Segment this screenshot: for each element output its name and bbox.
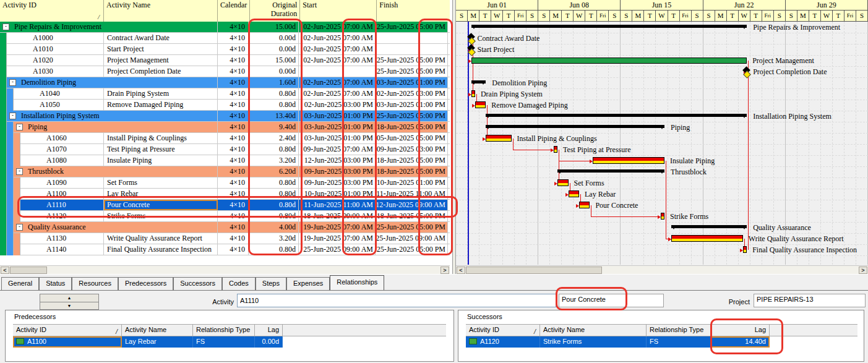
collapse-icon[interactable]: -: [2, 23, 9, 30]
hierarchy-strip: [0, 122, 7, 133]
task-bar-A1120[interactable]: [661, 213, 664, 220]
collapse-icon[interactable]: -: [16, 124, 23, 130]
summary-bar-end-icon: [660, 169, 664, 174]
gantt-scroll-left-icon[interactable]: <: [457, 267, 465, 274]
task-bar-A1140[interactable]: [743, 246, 747, 253]
activity-name-field[interactable]: Pour Concrete: [559, 294, 664, 307]
step-up-icon[interactable]: ▲: [40, 294, 98, 302]
tab-resources[interactable]: Resources: [72, 277, 118, 290]
activity-row-A1100[interactable]: A1100Lay Rebar4×100.80d10-Jun-2025 01:00…: [0, 189, 450, 200]
relationship-line: [591, 216, 660, 217]
task-bar-A1110[interactable]: [579, 202, 590, 208]
duration-cell: 0.80d: [249, 177, 299, 188]
activity-row-A1040[interactable]: A1040Drain Piping System4×100.80d02-Jun-…: [0, 88, 450, 100]
task-bar-A1060[interactable]: [486, 135, 511, 142]
task-bar-A1040[interactable]: [471, 90, 475, 97]
timescale-week-Jun-08[interactable]: Jun 08: [538, 0, 621, 11]
timescale-day: T: [833, 11, 844, 22]
hierarchy-strip: [14, 200, 20, 211]
col-header-start[interactable]: Start: [300, 0, 377, 22]
group-row[interactable]: -Pipe Repairs & Improvement4×1015.00d02-…: [0, 22, 450, 33]
tab-expenses[interactable]: Expenses: [286, 277, 330, 290]
activity-row-A1010[interactable]: A1010Start Project4×100.00d02-Jun-2025 0…: [0, 44, 450, 55]
scroll-left-icon[interactable]: <: [1, 267, 9, 274]
rel-col-header-activity-name[interactable]: Activity Name: [122, 325, 193, 336]
activity-row-A1050[interactable]: A1050Remove Damaged Piping4×100.80d02-Ju…: [0, 100, 450, 111]
summary-bar[interactable]: [486, 125, 664, 128]
task-bar-A1090[interactable]: [557, 179, 568, 186]
activity-id-cell: A1070: [20, 144, 104, 155]
summary-bar[interactable]: [671, 225, 747, 228]
tab-predecessors[interactable]: Predecessors: [118, 277, 173, 290]
activity-stepper[interactable]: ▲ ▼: [40, 294, 99, 310]
rel-col-header-lag[interactable]: Lag: [255, 325, 283, 336]
tab-successors[interactable]: Successors: [173, 277, 222, 290]
col-header-activity-id[interactable]: Activity ID /: [0, 0, 104, 22]
collapse-icon[interactable]: -: [9, 79, 16, 86]
activity-id-input[interactable]: [237, 294, 556, 307]
rel-col-header-activity-name[interactable]: Activity Name: [540, 325, 647, 336]
rel-col-header-activity-id[interactable]: Activity ID/: [466, 325, 540, 336]
rel-col-header-lag[interactable]: Lag: [711, 325, 770, 336]
task-bar-A1070[interactable]: [554, 146, 557, 153]
timescale-week-Jun-29[interactable]: Jun 29: [786, 0, 868, 11]
scroll-right-icon[interactable]: >: [440, 267, 449, 274]
finish-cell: 03-Jun-2025 01:00 PM: [376, 77, 448, 88]
table-horizontal-scrollbar[interactable]: < >: [0, 265, 450, 274]
activity-row-A1120[interactable]: A1120Strike Forms4×100.80d18-Jun-2025 09…: [0, 211, 450, 222]
collapse-icon[interactable]: -: [16, 224, 23, 231]
timescale-week-Jun-22[interactable]: Jun 22: [703, 0, 786, 11]
group-row[interactable]: -Piping4×109.40d03-Jun-2025 01:00 PM18-J…: [0, 122, 450, 133]
task-bar-A1130[interactable]: [671, 235, 743, 242]
activity-row-A1140[interactable]: A1140Final Quality Assurance Inspection4…: [0, 244, 450, 255]
summary-bar[interactable]: [486, 114, 747, 117]
col-header-calendar[interactable]: Calendar: [218, 0, 250, 22]
group-row[interactable]: -Quality Assuarance4×104.00d19-Jun-2025 …: [0, 222, 450, 233]
table-scroll-thumb[interactable]: [10, 267, 47, 274]
activity-row-A1110[interactable]: A1110Pour Concrete4×100.80d11-Jun-2025 1…: [0, 200, 450, 211]
collapse-icon[interactable]: -: [9, 113, 16, 119]
relationship-row-A1120[interactable]: A1120Strike FormsFS14.40d: [466, 336, 770, 348]
tab-general[interactable]: General: [1, 277, 39, 290]
collapse-icon[interactable]: -: [16, 168, 23, 175]
group-row[interactable]: -Thrustblock4×106.20d09-Jun-2025 03:00 P…: [0, 166, 450, 177]
group-row[interactable]: -Installation Piping System4×1013.40d03-…: [0, 111, 450, 122]
relationship-row-A1100[interactable]: A1100Lay RebarFS0.00d: [13, 336, 283, 348]
col-header-activity-name[interactable]: Activity Name: [104, 0, 218, 22]
step-down-icon[interactable]: ▼: [40, 302, 98, 310]
gantt-scroll-thumb[interactable]: [466, 267, 602, 274]
task-bar-A1100[interactable]: [569, 190, 579, 197]
task-bar-A1080[interactable]: [593, 157, 664, 164]
activity-row-A1030[interactable]: A1030Project Completion Date4×100.00d25-…: [0, 66, 450, 77]
loe-bar-A1020[interactable]: [471, 58, 747, 64]
timescale-week-Jun-15[interactable]: Jun 15: [621, 0, 703, 11]
activity-row-A1070[interactable]: A1070Test Piping at Pressure4×100.80d09-…: [0, 144, 450, 155]
activity-row-A1130[interactable]: A1130Write Quality Assurance Report4×103…: [0, 233, 450, 244]
project-id-field[interactable]: PIPE REPAIRS-13: [754, 294, 866, 307]
activity-row-A1060[interactable]: A1060Install Piping & Couplings4×102.40d…: [0, 133, 450, 144]
timescale-day: T: [809, 11, 821, 22]
gantt-scroll-right-icon[interactable]: >: [859, 267, 867, 274]
tab-relationships[interactable]: Relationships: [330, 275, 384, 290]
col-header-original-duration[interactable]: Original Duration: [250, 0, 300, 22]
activity-row-A1080[interactable]: A1080Insulate Piping4×103.20d12-Jun-2025…: [0, 155, 450, 166]
col-header-finish[interactable]: Finish: [377, 0, 449, 22]
task-bar-A1050[interactable]: [475, 101, 486, 108]
rel-col-header-relationship-type[interactable]: Relationship Type: [193, 325, 255, 336]
summary-bar[interactable]: [471, 25, 747, 28]
gantt-horizontal-scrollbar[interactable]: < >: [456, 265, 868, 274]
timescale-day: Fri: [515, 11, 526, 22]
rel-col-header-relationship-type[interactable]: Relationship Type: [647, 325, 711, 336]
timescale-week-Jun-01[interactable]: Jun 01: [456, 0, 538, 11]
group-row[interactable]: -Demolition Piping4×101.60d02-Jun-2025 0…: [0, 77, 450, 88]
summary-bar[interactable]: [557, 169, 664, 173]
start-cell: 02-Jun-2025 07:00 AM: [299, 77, 376, 88]
rel-col-header-activity-id[interactable]: Activity ID/: [13, 325, 122, 336]
activity-row-A1000[interactable]: A1000Contract Award Date4×100.00d02-Jun-…: [0, 33, 450, 44]
tab-steps[interactable]: Steps: [256, 277, 286, 290]
activity-row-A1090[interactable]: A1090Set Forms4×100.80d09-Jun-2025 03:00…: [0, 177, 450, 189]
tab-status[interactable]: Status: [39, 277, 72, 290]
activity-row-A1020[interactable]: A1020Project Management4×1015.00d02-Jun-…: [0, 55, 450, 66]
tab-codes[interactable]: Codes: [222, 277, 256, 290]
hierarchy-strip: [14, 144, 20, 155]
